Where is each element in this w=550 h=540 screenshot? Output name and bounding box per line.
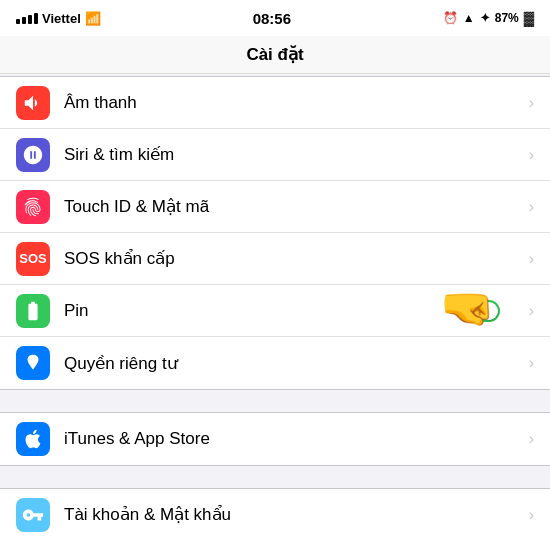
list-item[interactable]: iTunes & App Store ›: [0, 413, 550, 465]
list-item[interactable]: Tài khoản & Mật khẩu ›: [0, 489, 550, 540]
chevron-icon: ›: [529, 506, 534, 524]
bluetooth-icon: ✦: [480, 11, 490, 25]
pin-toggle[interactable]: [464, 300, 500, 322]
status-left: Viettel 📶: [16, 11, 101, 26]
nav-bar: Cài đặt: [0, 36, 550, 74]
chevron-icon: ›: [529, 430, 534, 448]
carrier: Viettel: [42, 11, 81, 26]
list-item[interactable]: Touch ID & Mật mã ›: [0, 181, 550, 233]
sos-icon: SOS: [16, 242, 50, 276]
list-item[interactable]: Âm thanh ›: [0, 77, 550, 129]
pin-icon: [16, 294, 50, 328]
am-thanh-icon: [16, 86, 50, 120]
pin-label: Pin: [64, 301, 521, 321]
battery-icon: ▓: [524, 10, 534, 26]
battery-level: 87%: [495, 11, 519, 25]
section-group-1: Âm thanh › Siri & tìm kiếm › Touch ID & …: [0, 76, 550, 390]
chevron-icon: ›: [529, 198, 534, 216]
location-icon: ▲: [463, 11, 475, 25]
chevron-icon: ›: [529, 94, 534, 112]
account-label: Tài khoản & Mật khẩu: [64, 504, 521, 525]
sos-label: SOS khẩn cấp: [64, 248, 521, 269]
section-group-2: iTunes & App Store ›: [0, 412, 550, 466]
appstore-icon: [16, 422, 50, 456]
section-group-3: Tài khoản & Mật khẩu › Danh bạ › Lịch ›: [0, 488, 550, 540]
privacy-label: Quyền riêng tư: [64, 353, 521, 374]
privacy-icon: [16, 346, 50, 380]
itunes-label: iTunes & App Store: [64, 429, 521, 449]
list-item[interactable]: Pin 🤜 ›: [0, 285, 550, 337]
sos-text: SOS: [19, 251, 46, 266]
list-item[interactable]: SOS SOS khẩn cấp ›: [0, 233, 550, 285]
chevron-icon: ›: [529, 146, 534, 164]
chevron-icon: ›: [529, 354, 534, 372]
alarm-icon: ⏰: [443, 11, 458, 25]
status-bar: Viettel 📶 08:56 ⏰ ▲ ✦ 87% ▓: [0, 0, 550, 36]
signal-bars: [16, 13, 38, 24]
siri-label: Siri & tìm kiếm: [64, 144, 521, 165]
list-item[interactable]: Siri & tìm kiếm ›: [0, 129, 550, 181]
settings-container: Âm thanh › Siri & tìm kiếm › Touch ID & …: [0, 74, 550, 540]
account-icon: [16, 498, 50, 532]
status-right: ⏰ ▲ ✦ 87% ▓: [443, 10, 534, 26]
list-item[interactable]: Quyền riêng tư ›: [0, 337, 550, 389]
nav-title: Cài đặt: [246, 44, 303, 65]
touchid-icon: [16, 190, 50, 224]
status-time: 08:56: [253, 10, 291, 27]
chevron-icon: ›: [529, 302, 534, 320]
touchid-label: Touch ID & Mật mã: [64, 196, 521, 217]
am-thanh-label: Âm thanh: [64, 93, 521, 113]
wifi-icon: 📶: [85, 11, 101, 26]
chevron-icon: ›: [529, 250, 534, 268]
siri-icon: [16, 138, 50, 172]
